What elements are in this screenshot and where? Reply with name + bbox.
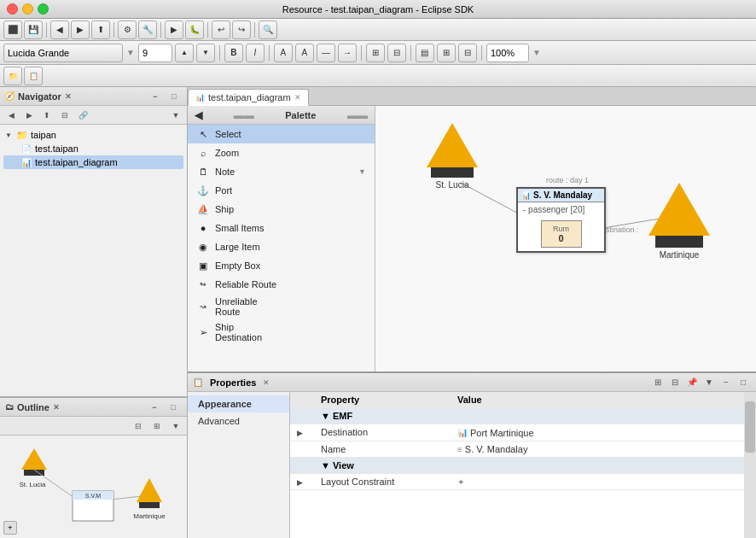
prop-row-layout[interactable]: ▶ Layout Constraint ✦ (290, 474, 756, 490)
snap-button[interactable]: ⊟ (387, 44, 406, 62)
layout-button[interactable]: ▤ (416, 44, 434, 62)
props-appearance-tab[interactable]: Appearance (188, 395, 289, 412)
minimize-button[interactable] (22, 3, 33, 15)
file-icon-0: 📄 (20, 143, 32, 155)
palette-item-ship[interactable]: ⛵ Ship (188, 200, 375, 219)
palette-toggle-left[interactable]: ◀ (195, 109, 202, 121)
palette-item-port-label: Port (215, 185, 232, 196)
martinique-label: Martinique (648, 250, 710, 260)
palette-item-ship-destination[interactable]: ➢ ShipDestination (188, 319, 375, 345)
toolbar-btn-3[interactable]: ⚙ (118, 20, 137, 39)
toggle-props-button[interactable]: 📋 (24, 67, 43, 85)
palette-item-reliable-route[interactable]: ↬ Reliable Route (188, 275, 375, 294)
color-button[interactable]: A (295, 44, 314, 62)
distribute-button[interactable]: ⊞ (437, 44, 456, 62)
props-advanced-tab[interactable]: Advanced (188, 412, 289, 430)
new-button[interactable]: ⬛ (3, 20, 22, 39)
nav-up-button[interactable]: ⬆ (38, 108, 55, 123)
back-button[interactable]: ◀ (50, 20, 69, 39)
palette-item-empty-box[interactable]: ▣ Empty Box (188, 256, 375, 275)
align2-button[interactable]: ⊟ (458, 44, 477, 62)
forward-button[interactable]: ▶ (71, 20, 90, 39)
prop-destination-text: Port Martinique (470, 428, 534, 438)
palette-item-small-items[interactable]: ● Small Items (188, 219, 375, 237)
prop-row-name[interactable]: Name ≡ S. V. Mandalay (290, 441, 756, 458)
outline-min-button[interactable]: − (146, 400, 163, 415)
outline-add-button[interactable]: + (3, 521, 17, 535)
toolbar-btn-6[interactable]: ↪ (232, 20, 251, 39)
nav-link-button[interactable]: 🔗 (74, 108, 91, 123)
props-icon-1[interactable]: ⊞ (650, 375, 666, 390)
palette-item-ship-destination-label: ShipDestination (215, 322, 262, 342)
nav-forward-button[interactable]: ▶ (20, 108, 38, 123)
tree-root-label: taipan (31, 130, 56, 140)
reliable-route-icon: ↬ (196, 278, 210, 291)
grid-button[interactable]: ⊞ (366, 44, 385, 62)
tree-root[interactable]: ▼ 📁 taipan (3, 128, 183, 142)
palette-item-port[interactable]: ⚓ Port (188, 181, 375, 200)
navigator-max-button[interactable]: □ (166, 89, 183, 104)
outline-menu-button[interactable]: ▼ (167, 418, 184, 434)
font-size-down[interactable]: ▼ (196, 44, 215, 62)
palette-item-small-items-label: Small Items (215, 223, 264, 233)
martinique-group[interactable]: Martinique (648, 183, 710, 260)
props-scrollbar-thumb[interactable] (745, 401, 755, 453)
props-max-button[interactable]: □ (736, 375, 751, 390)
font-size-input[interactable] (138, 44, 172, 62)
tab-close-icon[interactable]: ✕ (294, 93, 301, 102)
debug-button[interactable]: 🐛 (185, 20, 204, 39)
palette-item-zoom[interactable]: ⌕ Zoom (188, 143, 375, 162)
palette-item-zoom-label: Zoom (215, 148, 239, 158)
editor-tab-diagram[interactable]: 📊 test.taipan_diagram ✕ (188, 89, 309, 106)
props-icon-2[interactable]: ⊟ (667, 375, 683, 390)
outline-collapse-button[interactable]: ⊟ (130, 418, 147, 434)
toggle-nav-button[interactable]: 📁 (3, 67, 22, 85)
palette-item-select[interactable]: ↖ Select (188, 125, 375, 143)
nav-menu-button[interactable]: ▼ (167, 108, 184, 123)
stlucia-label: St. Lucia (427, 180, 478, 190)
tree-child-label-1: test.taipan_diagram (35, 157, 118, 167)
italic-button[interactable]: I (246, 44, 265, 62)
outline-close-icon[interactable]: ✕ (53, 403, 60, 412)
outline-max-button[interactable]: □ (165, 400, 182, 415)
up-button[interactable]: ⬆ (91, 20, 110, 39)
outline-layout-button[interactable]: ⊞ (148, 418, 166, 434)
main-layout: 🧭 Navigator ✕ − □ ◀ ▶ ⬆ ⊟ 🔗 ▼ ▼ 📁 taipan (0, 87, 756, 538)
nav-back-button[interactable]: ◀ (3, 108, 20, 123)
zoom-input[interactable] (486, 44, 529, 62)
nav-collapse-button[interactable]: ⊟ (56, 108, 73, 123)
arrow-button[interactable]: → (338, 44, 357, 62)
font-family-select[interactable]: Lucida Grande (3, 44, 123, 62)
prop-destination-value: 📊 Port Martinique (452, 424, 756, 442)
properties-close-icon[interactable]: ✕ (263, 378, 270, 387)
diagram-canvas[interactable]: route : day 1 reliability : 99% destinat… (375, 106, 756, 371)
palette-item-large-item[interactable]: ◉ Large Item (188, 237, 375, 256)
props-min-button[interactable]: − (718, 375, 734, 390)
bold-button[interactable]: B (224, 44, 243, 62)
save-button[interactable]: 💾 (24, 20, 43, 39)
tree-child-1[interactable]: 📊 test.taipan_diagram (3, 155, 183, 169)
stlucia-group[interactable]: St. Lucia (427, 123, 478, 190)
toolbar-btn-4[interactable]: 🔧 (138, 20, 157, 39)
navigator-close-icon[interactable]: ✕ (65, 92, 72, 101)
toolbar-btn-7[interactable]: 🔍 (259, 20, 277, 39)
palette-item-note[interactable]: 🗒 Note ▼ (188, 162, 375, 181)
ship-box[interactable]: 📊 S. V. Mandalay - passenger [20] Rum 0 (516, 187, 606, 253)
navigator-min-button[interactable]: − (147, 89, 164, 104)
props-scrollbar-track[interactable] (744, 392, 756, 538)
prop-row-destination[interactable]: ▶ Destination 📊 Port Martinique (290, 424, 756, 442)
close-button[interactable] (7, 3, 18, 15)
ship-icon: ⛵ (196, 202, 210, 216)
maximize-button[interactable] (38, 3, 49, 15)
run-button[interactable]: ▶ (165, 20, 183, 39)
props-icon-3[interactable]: 📌 (684, 375, 700, 390)
align-button[interactable]: A (274, 44, 293, 62)
toolbar-btn-5[interactable]: ↩ (212, 20, 230, 39)
props-dropdown-button[interactable]: ▼ (701, 375, 717, 390)
font-size-up[interactable]: ▲ (175, 44, 194, 62)
tree-child-0[interactable]: 📄 test.taipan (3, 142, 183, 155)
line-button[interactable]: — (317, 44, 335, 62)
outline-toolbar: ⊟ ⊞ ▼ (0, 417, 187, 436)
palette-item-unreliable-route[interactable]: ↝ UnreliableRoute (188, 294, 375, 319)
cargo-box: Rum 0 (541, 220, 582, 248)
